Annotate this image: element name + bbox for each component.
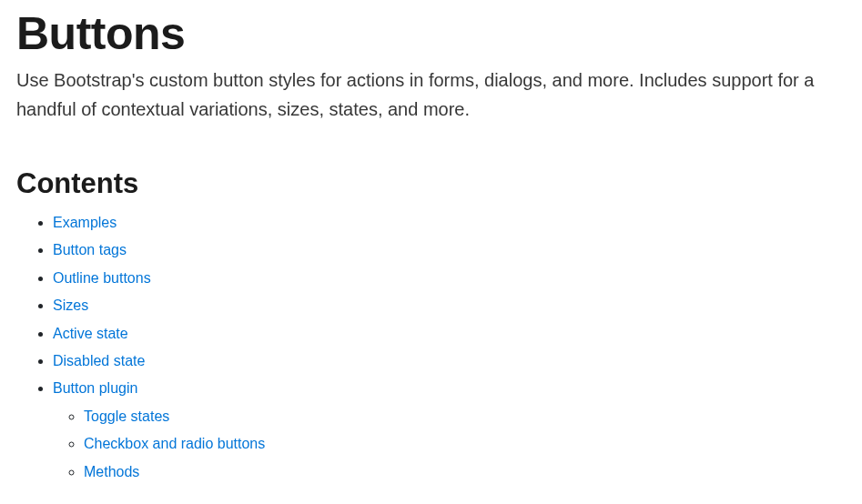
toc-item: Button plugin Toggle states Checkbox and… — [53, 375, 846, 486]
toc-list: Examples Button tags Outline buttons Siz… — [16, 209, 846, 486]
toc-item: Examples — [53, 209, 846, 237]
toc-link-methods[interactable]: Methods — [84, 464, 139, 479]
toc-item: Toggle states — [84, 403, 846, 430]
toc-link-disabled-state[interactable]: Disabled state — [53, 353, 145, 368]
toc-link-outline-buttons[interactable]: Outline buttons — [53, 270, 151, 286]
toc-item: Checkbox and radio buttons — [84, 430, 846, 458]
toc-item: Methods — [84, 459, 846, 486]
toc-link-checkbox-radio[interactable]: Checkbox and radio buttons — [84, 436, 265, 451]
toc-item: Outline buttons — [53, 265, 846, 292]
toc-link-button-plugin[interactable]: Button plugin — [53, 380, 137, 396]
toc-link-toggle-states[interactable]: Toggle states — [84, 408, 169, 424]
toc-link-sizes[interactable]: Sizes — [53, 297, 88, 313]
page-lead: Use Bootstrap's custom button styles for… — [16, 66, 845, 124]
toc-sublist: Toggle states Checkbox and radio buttons… — [53, 403, 846, 486]
toc-item: Sizes — [53, 292, 846, 319]
toc-item: Disabled state — [53, 348, 846, 375]
toc-link-button-tags[interactable]: Button tags — [53, 242, 127, 257]
page-title: Buttons — [16, 7, 846, 60]
toc-link-active-state[interactable]: Active state — [53, 326, 128, 341]
toc-link-examples[interactable]: Examples — [53, 215, 117, 230]
contents-heading: Contents — [16, 167, 846, 200]
toc-item: Active state — [53, 320, 846, 348]
toc-item: Button tags — [53, 237, 846, 264]
